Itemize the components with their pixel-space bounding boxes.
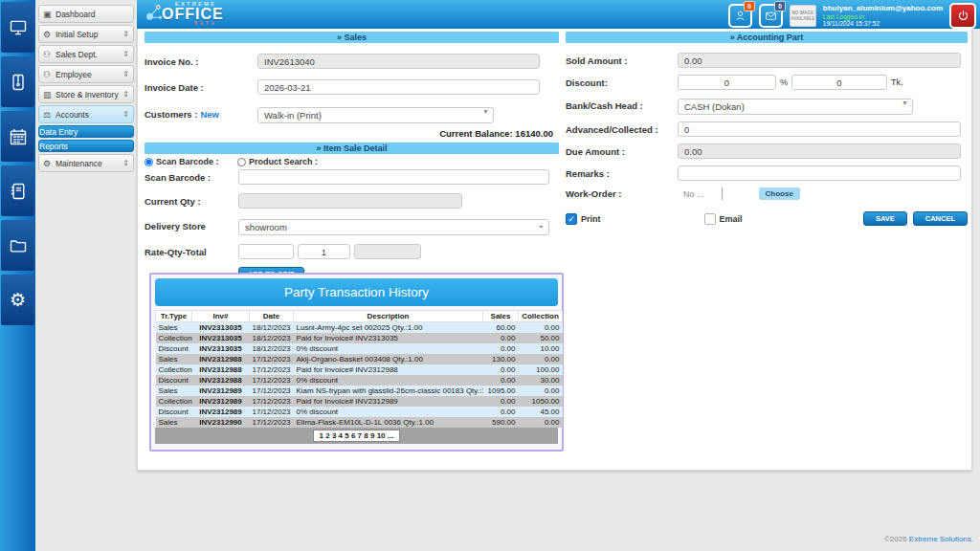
- sales-cell: 590.00: [483, 417, 519, 428]
- save-button[interactable]: SAVE: [863, 211, 907, 226]
- total-field[interactable]: [354, 244, 421, 259]
- invoice-link[interactable]: INV2312989: [192, 407, 250, 417]
- description-cell: Paid for Invoice# INV2312988: [294, 364, 483, 375]
- menu-item-label: Data Entry: [39, 127, 133, 137]
- tr-type-cell: Sales: [156, 417, 192, 428]
- sidebar-item[interactable]: ⚖ Accounts ⇕: [38, 105, 134, 123]
- logout-power-button[interactable]: [949, 3, 976, 29]
- discount-amount-input[interactable]: [791, 75, 887, 90]
- scan-barcode-input[interactable]: [238, 169, 549, 185]
- invoice-link[interactable]: INV2313035: [192, 343, 250, 354]
- table-row: Collection INV2313035 18/12/2023 Paid fo…: [156, 333, 563, 343]
- tr-type-cell: Collection: [156, 333, 192, 343]
- app-window: ⚙ ▣ Dashboard ⚙ Initial Setup ⇕ ⚇ Sales …: [0, 0, 980, 551]
- invoice-link[interactable]: INV2312988: [192, 364, 250, 375]
- date-cell: 18/12/2023: [250, 343, 294, 354]
- description-cell: 0% discount: [294, 407, 483, 417]
- cancel-button[interactable]: CANCEL: [913, 211, 968, 226]
- expand-arrows-icon: ⇕: [122, 159, 129, 167]
- messages-icon[interactable]: 0: [759, 4, 783, 28]
- scan-barcode-label: Scan Barcode :: [145, 172, 238, 183]
- tr-type-cell: Sales: [156, 354, 192, 364]
- rate-input[interactable]: [238, 244, 294, 259]
- invoice-link[interactable]: INV2312989: [192, 386, 250, 396]
- menu-item-label: Maintenance: [56, 159, 122, 168]
- customer-select[interactable]: Walk-in (Print): [257, 107, 494, 123]
- table-row: Collection INV2312989 17/12/2023 Paid fo…: [156, 396, 563, 407]
- sidebar-item[interactable]: Data Entry: [38, 125, 134, 138]
- due-amount-field[interactable]: [678, 143, 961, 159]
- advanced-collected-input[interactable]: [678, 121, 961, 137]
- dashboard-monitor-icon[interactable]: [1, 2, 34, 53]
- email-checkbox[interactable]: [704, 213, 716, 225]
- menu-item-icon: ⚙: [43, 159, 56, 168]
- product-search-radio-label: Product Search :: [249, 157, 318, 166]
- collection-cell: 45.00: [519, 407, 563, 417]
- invoice-link[interactable]: INV2312988: [192, 375, 250, 386]
- description-cell: 0% discount: [294, 375, 483, 386]
- date-cell: 18/12/2023: [250, 333, 294, 343]
- last-login-label: Last Logged-in:: [823, 13, 943, 20]
- notifications-icon[interactable]: 0: [728, 4, 752, 28]
- sidebar-item[interactable]: ⚇ Sales Dept. ⇕: [38, 45, 134, 63]
- customers-label: Customers :New: [145, 109, 257, 120]
- invoice-link[interactable]: INV2313035: [192, 322, 250, 334]
- invoice-link[interactable]: INV2312988: [192, 354, 250, 364]
- folder-icon[interactable]: [1, 220, 34, 271]
- menu-item-icon: ▣: [43, 10, 56, 19]
- ledger-icon[interactable]: [1, 165, 34, 216]
- pagination-pages[interactable]: 1 2 3 4 5 6 7 8 9 10 ...: [313, 430, 401, 442]
- qty-input[interactable]: [298, 244, 350, 259]
- invoice-link[interactable]: INV2313035: [192, 333, 250, 343]
- user-avatar-placeholder[interactable]: NO IMAGE AVAILABLE: [790, 5, 816, 27]
- column-header: Inv#: [192, 311, 250, 322]
- scan-barcode-radio-label: Scan Barcode :: [156, 157, 219, 166]
- choose-file-button[interactable]: Choose: [759, 187, 800, 200]
- tr-type-cell: Sales: [156, 322, 192, 334]
- description-cell: Akij-Organo-Basket 003408 Qty.:1.00: [294, 354, 483, 364]
- sidebar-item[interactable]: ▥ Store & Inventory ⇕: [38, 85, 134, 103]
- print-checkbox[interactable]: ✓: [566, 213, 577, 225]
- sidebar-item[interactable]: ⚙ Initial Setup ⇕: [38, 25, 134, 43]
- invoice-date-field[interactable]: [257, 79, 540, 95]
- delivery-store-label: Delivery Store: [145, 221, 238, 231]
- product-search-radio[interactable]: [237, 158, 246, 166]
- advanced-collected-label: Advanced/Collected :: [566, 124, 678, 135]
- remarks-label: Remarks :: [566, 168, 678, 179]
- table-row: Sales INV2312990 17/12/2023 Elima-Flask-…: [156, 417, 563, 428]
- menu-item-label: Initial Setup: [56, 30, 122, 39]
- sidebar-item[interactable]: ⚙ Maintenance ⇕: [38, 154, 134, 172]
- invoice-no-field[interactable]: [257, 54, 540, 69]
- scan-barcode-radio[interactable]: [145, 158, 153, 166]
- gear-icon[interactable]: ⚙: [1, 275, 34, 325]
- main-content-card: » Sales Invoice No. : Invoice Date : Cus…: [137, 29, 972, 471]
- tr-type-cell: Collection: [156, 364, 192, 375]
- sidebar-item[interactable]: Reports: [38, 140, 134, 152]
- date-cell: 17/12/2023: [250, 417, 294, 428]
- invoice-link[interactable]: INV2312989: [192, 396, 250, 407]
- invoice-link[interactable]: INV2312990: [192, 417, 250, 428]
- delivery-store-select[interactable]: showroom: [238, 219, 549, 235]
- bank-cash-head-select[interactable]: CASH (Dokan): [678, 99, 913, 115]
- collection-cell: 50.00: [519, 333, 563, 343]
- tr-type-cell: Sales: [156, 386, 192, 396]
- current-qty-field[interactable]: [238, 193, 462, 209]
- date-cell: 17/12/2023: [250, 386, 294, 396]
- date-cell: 17/12/2023: [250, 375, 294, 386]
- sidebar-item[interactable]: ⚇ Employee ⇕: [38, 65, 134, 83]
- discount-percent-input[interactable]: [678, 75, 776, 90]
- rate-qty-total-label: Rate-Qty-Total: [145, 247, 238, 257]
- invoice-icon[interactable]: [1, 56, 34, 107]
- new-customer-link[interactable]: New: [200, 109, 219, 120]
- sold-amount-field[interactable]: [678, 53, 961, 68]
- sidebar-item[interactable]: ▣ Dashboard: [38, 5, 134, 23]
- date-cell: 17/12/2023: [250, 396, 294, 407]
- calendar-icon[interactable]: [1, 111, 34, 162]
- brand-link[interactable]: Extreme Solutions.: [909, 535, 973, 543]
- sales-cell: 60.00: [483, 322, 519, 334]
- work-order-label: Work-Order :: [566, 188, 678, 199]
- collection-cell: 0.00: [519, 354, 563, 364]
- remarks-input[interactable]: [678, 165, 961, 181]
- collection-cell: 100.00: [519, 364, 563, 375]
- menu-item-label: Reports: [39, 142, 133, 151]
